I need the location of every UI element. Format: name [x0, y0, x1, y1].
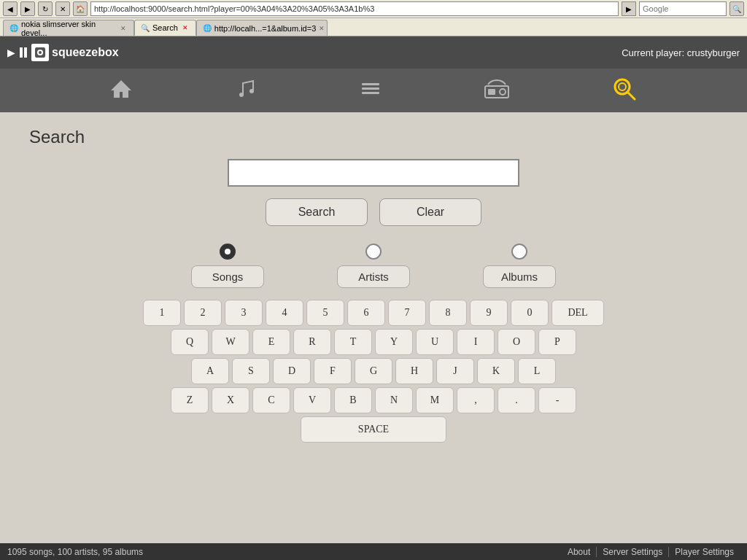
status-bar: 1095 songs, 100 artists, 95 albums About…	[0, 543, 747, 560]
svg-line-13	[627, 92, 635, 99]
tab-1[interactable]: 🌐 nokia slimserver skin devel... ✕	[3, 20, 134, 36]
key-.[interactable]: .	[498, 387, 535, 413]
key-k[interactable]: K	[477, 358, 515, 384]
key-w[interactable]: W	[212, 329, 249, 355]
key-j[interactable]: J	[436, 358, 474, 384]
radio-icon	[484, 77, 510, 104]
key-1[interactable]: 1	[143, 300, 181, 326]
key-i[interactable]: I	[457, 329, 495, 355]
key--[interactable]: -	[538, 387, 576, 413]
nav-music[interactable]	[234, 77, 258, 104]
tab-3[interactable]: 🌐 http://localh...=1&album.id=3 ✕	[196, 20, 328, 36]
nav-home[interactable]	[109, 77, 133, 104]
radio-songs-label[interactable]: Songs	[191, 265, 264, 288]
key-x[interactable]: X	[212, 387, 249, 413]
search-input-wrapper	[29, 159, 718, 187]
radio-albums-circle[interactable]	[511, 244, 527, 260]
tab-2[interactable]: 🔍 Search ✕	[134, 20, 196, 36]
play-button[interactable]: ▶	[7, 47, 15, 58]
tab-3-label: http://localh...=1&album.id=3	[214, 24, 316, 33]
key-s[interactable]: S	[232, 358, 270, 384]
address-bar[interactable]	[90, 1, 619, 16]
tab-2-close[interactable]: ✕	[181, 23, 190, 32]
key-l[interactable]: L	[518, 358, 556, 384]
playlist-icon	[359, 77, 382, 104]
search-input[interactable]	[228, 159, 519, 187]
tab-1-close[interactable]: ✕	[120, 24, 128, 33]
reload-button[interactable]: ↻	[38, 1, 53, 16]
nav-bar	[0, 69, 747, 112]
browser-tabs: 🌐 nokia slimserver skin devel... ✕ 🔍 Sea…	[0, 18, 747, 36]
key-m[interactable]: M	[416, 387, 454, 413]
svg-point-2	[39, 51, 42, 54]
svg-point-5	[249, 89, 254, 93]
nav-radio[interactable]	[484, 77, 510, 104]
browser-chrome: ◀ ▶ ↻ ✕ 🏠 ▶ 🔍 🌐 nokia slimserver skin de…	[0, 0, 747, 36]
tab-3-close[interactable]: ✕	[319, 24, 325, 33]
key-z[interactable]: Z	[171, 387, 209, 413]
status-links: About Server Settings Player Settings	[562, 547, 740, 557]
key-4[interactable]: 4	[266, 300, 303, 326]
key-8[interactable]: 8	[429, 300, 467, 326]
key-d[interactable]: D	[273, 358, 311, 384]
key-6[interactable]: 6	[347, 300, 385, 326]
browser-search-button[interactable]: 🔍	[729, 1, 744, 16]
search-button[interactable]: Search	[266, 198, 368, 226]
tab-3-icon: 🌐	[203, 24, 212, 32]
key-p[interactable]: P	[538, 329, 576, 355]
key-5[interactable]: 5	[306, 300, 344, 326]
back-button[interactable]: ◀	[3, 1, 18, 16]
keyboard-row-2: ASDFGHJKL	[191, 358, 556, 384]
keyboard-row-0: 1234567890DEL	[143, 300, 604, 326]
player-controls: ▶	[7, 47, 27, 58]
nav-playlist[interactable]	[359, 77, 382, 104]
key-9[interactable]: 9	[470, 300, 508, 326]
radio-albums-label[interactable]: Albums	[483, 265, 556, 288]
key-c[interactable]: C	[252, 387, 290, 413]
home-nav-button[interactable]: 🏠	[73, 1, 88, 16]
key-u[interactable]: U	[416, 329, 454, 355]
go-button[interactable]: ▶	[622, 1, 636, 16]
key-0[interactable]: 0	[511, 300, 549, 326]
key-v[interactable]: V	[293, 387, 331, 413]
key-r[interactable]: R	[293, 329, 331, 355]
key-f[interactable]: F	[314, 358, 352, 384]
keyboard-row-1: QWERTYUIOP	[171, 329, 576, 355]
key-del[interactable]: DEL	[551, 300, 604, 326]
browser-search-input[interactable]	[639, 1, 727, 16]
radio-artists-circle[interactable]	[365, 244, 382, 260]
key-space[interactable]: SPACE	[301, 416, 446, 443]
forward-button[interactable]: ▶	[20, 1, 35, 16]
about-link[interactable]: About	[562, 547, 596, 557]
app-header: ▶ squeezebox Current player: crustyburge…	[0, 36, 747, 69]
key-3[interactable]: 3	[225, 300, 263, 326]
server-settings-link[interactable]: Server Settings	[596, 547, 668, 557]
nav-search[interactable]	[611, 76, 638, 106]
key-y[interactable]: Y	[375, 329, 413, 355]
key-o[interactable]: O	[498, 329, 535, 355]
key-2[interactable]: 2	[184, 300, 222, 326]
stop-button[interactable]: ✕	[55, 1, 70, 16]
keyboard-row-space: SPACE	[301, 416, 446, 443]
key-q[interactable]: Q	[171, 329, 209, 355]
key-n[interactable]: N	[375, 387, 413, 413]
key-t[interactable]: T	[334, 329, 372, 355]
virtual-keyboard: 1234567890DELQWERTYUIOPASDFGHJKLZXCVBNM,…	[29, 300, 718, 443]
svg-point-11	[500, 89, 506, 95]
player-settings-link[interactable]: Player Settings	[668, 547, 740, 557]
key-e[interactable]: E	[252, 329, 290, 355]
key-b[interactable]: B	[334, 387, 372, 413]
key-h[interactable]: H	[395, 358, 433, 384]
radio-artists-label[interactable]: Artists	[337, 265, 410, 288]
page-content: Search Search Clear Songs Artists Albums…	[0, 112, 747, 543]
pause-button[interactable]	[20, 47, 27, 58]
key-,[interactable]: ,	[457, 387, 495, 413]
key-a[interactable]: A	[191, 358, 229, 384]
key-g[interactable]: G	[355, 358, 392, 384]
squeezebox-icon	[31, 44, 49, 61]
key-7[interactable]: 7	[388, 300, 426, 326]
radio-songs-circle[interactable]	[220, 244, 236, 260]
tab-1-icon: 🌐	[9, 24, 18, 32]
svg-point-4	[239, 93, 244, 97]
clear-button[interactable]: Clear	[379, 198, 481, 226]
